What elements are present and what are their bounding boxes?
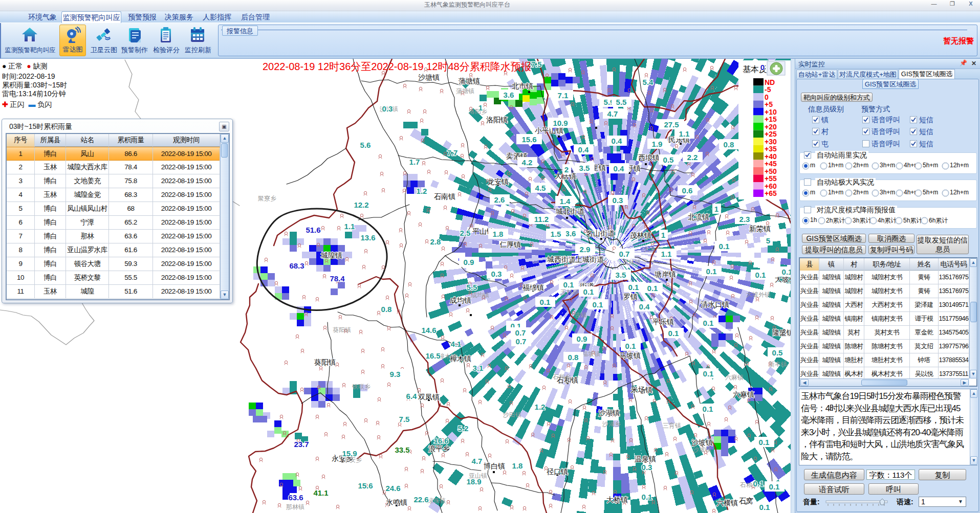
- svg-text:11.2: 11.2: [534, 215, 549, 224]
- svg-text:0.8: 0.8: [568, 353, 579, 362]
- svg-text:0.1: 0.1: [719, 242, 730, 251]
- svg-text:上城街道: 上城街道: [575, 255, 604, 263]
- svg-text:沙湖镇: 沙湖镇: [598, 409, 620, 417]
- svg-text:径口镇: 径口镇: [547, 467, 568, 476]
- svg-text:2: 2: [564, 165, 569, 174]
- svg-text:茂林镇: 茂林镇: [622, 259, 641, 266]
- svg-text:1.2: 1.2: [535, 403, 546, 411]
- svg-text:0.5: 0.5: [663, 155, 674, 164]
- svg-text:0.3: 0.3: [382, 104, 393, 113]
- svg-text:0.1: 0.1: [540, 298, 551, 306]
- svg-text:4.7: 4.7: [472, 457, 483, 465]
- svg-text:洛阳镇: 洛阳镇: [486, 116, 508, 124]
- svg-text:0.7: 0.7: [516, 337, 527, 346]
- svg-text:0.1: 0.1: [647, 284, 658, 293]
- svg-text:3.6: 3.6: [504, 91, 514, 99]
- svg-text:4.7: 4.7: [607, 109, 618, 118]
- svg-text:石窝: 石窝: [739, 497, 753, 505]
- svg-text:1.2: 1.2: [417, 187, 427, 195]
- svg-text:78.4: 78.4: [330, 274, 345, 283]
- svg-text:0.1: 0.1: [628, 283, 639, 292]
- svg-text:1.1: 1.1: [661, 250, 672, 258]
- svg-text:15.6: 15.6: [358, 481, 373, 490]
- svg-text:茂林镇: 茂林镇: [630, 231, 651, 239]
- svg-text:马坡镇: 马坡镇: [619, 351, 641, 360]
- svg-text:北流镇: 北流镇: [688, 213, 709, 221]
- svg-text:平乐镇: 平乐镇: [652, 318, 674, 326]
- svg-text:2.9: 2.9: [580, 245, 591, 254]
- svg-text:2.5: 2.5: [460, 229, 471, 237]
- svg-text:北市镇: 北市镇: [512, 82, 533, 90]
- svg-text:5.2: 5.2: [458, 424, 469, 433]
- svg-text:0.7: 0.7: [619, 250, 630, 258]
- svg-text:吉镇: 吉镇: [575, 311, 587, 319]
- svg-text:7.7: 7.7: [447, 148, 458, 157]
- svg-text:1.1: 1.1: [344, 222, 355, 231]
- svg-text:龙安镇: 龙安镇: [487, 177, 509, 186]
- svg-text:新荣镇: 新荣镇: [749, 225, 771, 233]
- svg-text:0.1: 0.1: [593, 300, 603, 309]
- svg-text:0.6: 0.6: [682, 186, 693, 195]
- svg-text:新丰镇: 新丰镇: [769, 361, 787, 368]
- svg-text:18.9: 18.9: [466, 477, 481, 486]
- svg-text:16.6: 16.6: [433, 436, 448, 445]
- svg-text:0.1: 0.1: [703, 369, 714, 378]
- svg-text:成均镇: 成均镇: [450, 296, 471, 304]
- svg-text:三育镇: 三育镇: [663, 422, 681, 429]
- svg-text:23.7: 23.7: [294, 440, 309, 449]
- svg-text:68.3: 68.3: [289, 261, 304, 270]
- svg-text:1.9: 1.9: [652, 140, 663, 148]
- svg-text:51.6: 51.6: [306, 226, 320, 234]
- svg-text:0.8: 0.8: [724, 140, 734, 149]
- svg-text:33.5: 33.5: [395, 445, 409, 454]
- svg-text:1.1: 1.1: [679, 129, 690, 138]
- svg-text:米场镇: 米场镇: [631, 386, 652, 394]
- svg-text:0.5: 0.5: [772, 348, 783, 357]
- svg-text:福坡镇: 福坡镇: [581, 350, 600, 358]
- svg-text:4.1: 4.1: [451, 340, 462, 348]
- svg-text:2.2: 2.2: [687, 153, 698, 162]
- svg-text:0.1: 0.1: [625, 342, 636, 350]
- svg-text:清水口镇: 清水口镇: [701, 300, 729, 308]
- svg-text:玉林镇: 玉林镇: [560, 288, 579, 296]
- svg-text:1.8: 1.8: [512, 461, 523, 470]
- svg-text:15.9: 15.9: [342, 449, 357, 458]
- svg-text:5.5: 5.5: [616, 98, 627, 106]
- svg-text:4.2: 4.2: [522, 158, 533, 167]
- svg-text:0.1: 0.1: [563, 280, 574, 289]
- svg-text:1.4: 1.4: [560, 197, 571, 206]
- svg-text:绿珠镇: 绿珠镇: [427, 497, 446, 504]
- svg-text:大桥镇: 大桥镇: [606, 496, 628, 504]
- svg-text:12.2: 12.2: [354, 200, 368, 209]
- svg-text:罗镇: 罗镇: [623, 293, 638, 301]
- svg-text:塘岸镇: 塘岸镇: [654, 270, 676, 278]
- svg-text:0.1: 0.1: [759, 503, 770, 511]
- svg-text:0.4: 0.4: [578, 145, 590, 154]
- svg-text:1: 1: [714, 205, 718, 213]
- svg-text:六麻镇: 六麻镇: [733, 390, 754, 398]
- svg-text:聚寮乡: 聚寮乡: [258, 195, 276, 202]
- svg-text:27.5: 27.5: [664, 120, 679, 129]
- svg-text:14.6: 14.6: [421, 326, 436, 334]
- svg-text:温泉镇: 温泉镇: [634, 455, 656, 463]
- svg-text:石和乡: 石和乡: [552, 373, 571, 381]
- svg-text:41.1: 41.1: [313, 488, 328, 497]
- svg-text:0.1: 0.1: [769, 482, 780, 491]
- svg-text:2.8: 2.8: [430, 237, 441, 246]
- svg-text:六横镇: 六横镇: [716, 499, 738, 507]
- svg-text:0.9: 0.9: [464, 258, 474, 266]
- svg-text:西埌镇: 西埌镇: [638, 153, 660, 162]
- svg-text:0.1: 0.1: [668, 329, 679, 338]
- svg-text:0.3: 0.3: [642, 463, 652, 472]
- svg-text:沙塘镇: 沙塘镇: [418, 73, 440, 81]
- svg-text:沙湖乡: 沙湖乡: [602, 420, 621, 428]
- svg-text:0.1: 0.1: [753, 479, 764, 488]
- svg-text:0.1: 0.1: [706, 267, 717, 276]
- svg-text:大坡外镇: 大坡外镇: [746, 291, 771, 298]
- svg-text:0.3: 0.3: [613, 196, 623, 205]
- svg-text:5.4: 5.4: [643, 78, 654, 86]
- svg-text:16.5: 16.5: [425, 351, 440, 360]
- svg-text:0.3: 0.3: [491, 270, 502, 278]
- svg-text:7.1: 7.1: [558, 91, 569, 100]
- svg-text:石南镇: 石南镇: [434, 192, 455, 200]
